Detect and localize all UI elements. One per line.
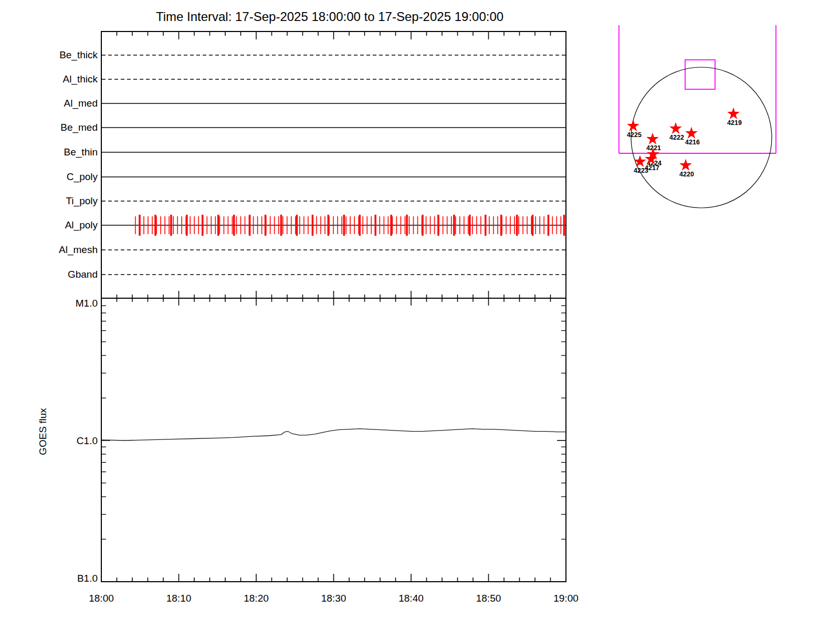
goes-ylabel-c1: C1.0	[77, 435, 98, 446]
plot-canvas: Time Interval: 17-Sep-2025 18:00:00 to 1…	[0, 0, 840, 630]
time-label-1900: 19:00	[553, 593, 579, 604]
ar-label-4220: 4220	[679, 171, 694, 178]
filter-label-c_poly: C_poly	[67, 171, 98, 183]
goes-ylabel-b1: B1.0	[77, 573, 98, 584]
filter-label-al_thick: Al_thick	[62, 74, 98, 85]
filter-label-be_med: Be_med	[60, 122, 98, 133]
filter-label-be_thin: Be_thin	[64, 146, 98, 158]
xrt-observation-plan-screen: Time Interval: 17-Sep-2025 18:00:00 to 1…	[0, 0, 840, 630]
time-label-1820: 18:20	[244, 593, 269, 604]
time-label-1840: 18:40	[398, 593, 424, 604]
filter-label-al_poly: Al_poly	[65, 219, 98, 231]
goes-axis-title: GOES flux	[37, 408, 48, 455]
time-label-1830: 18:30	[321, 593, 346, 604]
filter-rows-group: Be_thickAl_thickAl_medBe_medBe_thinC_pol…	[59, 49, 565, 280]
star-4220	[679, 159, 692, 171]
filter-label-ti_poly: Ti_poly	[66, 195, 98, 207]
ar-label-4222: 4222	[669, 134, 684, 141]
filter-label-al_med: Al_med	[64, 98, 98, 109]
goes-flux-curve	[101, 429, 566, 440]
ar-label-4225: 4225	[627, 131, 642, 139]
ar-label-4219: 4219	[727, 119, 742, 127]
time-label-1850: 18:50	[476, 593, 501, 604]
time-label-1810: 18:10	[166, 593, 192, 604]
time-label-1800: 18:00	[89, 593, 114, 604]
fov-box-small	[685, 60, 715, 89]
filter-label-al_mesh: Al_mesh	[59, 244, 98, 256]
star-4222	[669, 122, 682, 134]
timeline-panel-frame	[101, 32, 566, 298]
star-4219	[727, 108, 740, 120]
goes-ylabel-m1: M1.0	[76, 298, 98, 309]
filter-label-be_thick: Be_thick	[59, 49, 98, 61]
time-axis-ticks-group	[101, 32, 566, 581]
goes-panel-frame	[101, 298, 566, 582]
star-4216	[685, 127, 698, 139]
filter-label-gband: Gband	[68, 269, 98, 280]
ar-label-4216: 4216	[685, 139, 700, 146]
star-4225	[627, 120, 639, 132]
ar-label-4223: 4223	[634, 167, 648, 174]
goes-yaxis-ticks-group	[102, 298, 565, 582]
sun-map-group: 422542214222421642194224421742234220	[619, 25, 776, 208]
plot-title: Time Interval: 17-Sep-2025 18:00:00 to 1…	[156, 9, 503, 24]
star-4221	[646, 133, 659, 145]
